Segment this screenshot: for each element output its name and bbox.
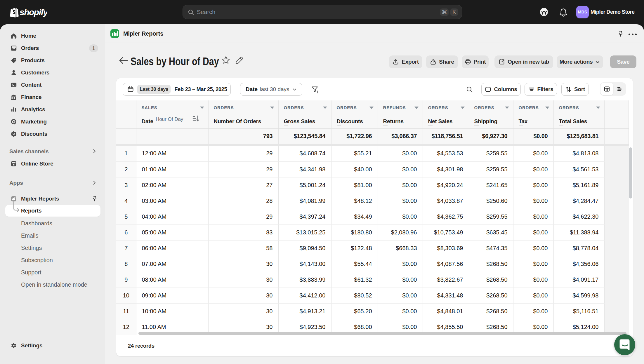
svg-text:shopify: shopify <box>20 7 47 17</box>
